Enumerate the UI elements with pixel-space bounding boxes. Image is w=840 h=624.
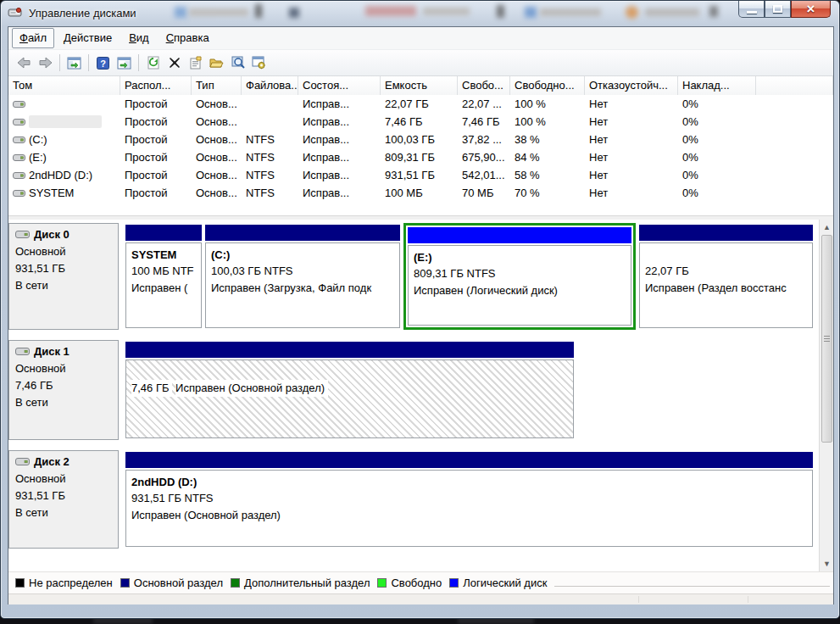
partition-system[interactable]: SYSTEM 100 МБ NTF Исправен ( [125,225,202,328]
disk2-info-panel[interactable]: Диск 2 Основной 931,51 ГБ В сети [8,450,119,549]
partition-color-bar [125,225,202,241]
column-header-volume[interactable]: Том [8,76,120,95]
volume-table-header: Том Распол... Тип Файлова... Состоя... Е… [8,76,833,95]
partition-size: 100 МБ NTF [131,263,196,280]
volume-free-pct: 100 % [510,113,585,131]
partition-e-selected[interactable]: (E:) 809,31 ГБ NTFS Исправен (Логический… [403,223,636,330]
volume-layout: Простой [120,113,192,131]
titlebar[interactable]: Управление дисками × [1,1,839,26]
partition-disk2-d[interactable]: 2ndHDD (D:) 931,51 ГБ NTFS Исправен (Осн… [125,452,813,547]
partition-disk1[interactable]: 7,46 ГБ Исправен (Основной раздел) [125,342,574,438]
volume-free-pct: 70 % [510,184,585,202]
disk-size: 7,46 ГБ [15,377,112,394]
volume-name: (E:) [29,151,47,164]
partition-title [131,364,568,380]
refresh-button[interactable] [142,53,164,73]
svg-text:?: ? [100,58,106,68]
menu-view[interactable]: Вид [121,28,157,48]
scroll-up-button[interactable]: ▲ [821,220,833,234]
properties-button[interactable] [185,53,206,73]
background-blur-blob [175,7,186,18]
column-header-free-pct[interactable]: Свободно... [510,76,585,95]
settings-window-button[interactable] [248,53,270,73]
column-header-layout[interactable]: Распол... [120,76,192,95]
menu-file[interactable]: Файл [12,28,54,48]
detail-pane-button[interactable] [114,53,135,73]
status-bar [8,593,833,604]
menu-file-label: айл [28,31,47,44]
window-title: Управление дисками [29,7,136,20]
legend-bar: Не распределен Основной раздел Дополните… [8,571,833,593]
minimize-button[interactable] [738,1,765,18]
volume-free-pct: 38 % [510,131,585,148]
column-header-type[interactable]: Тип [192,76,242,95]
legend-label: Логический диск [463,577,547,589]
console-tree-button[interactable] [64,53,85,73]
volume-name-highlight [29,115,102,128]
background-blur-blob [423,8,470,15]
partition-color-bar [639,225,813,241]
view-button[interactable] [227,53,248,73]
volume-row[interactable]: 2ndHDD (D:) Простой Основ... NTFS Исправ… [8,166,833,184]
menu-action[interactable]: Действие [56,28,120,48]
open-folder-button[interactable] [206,53,227,73]
volume-row[interactable]: SYSTEM Простой Основ... NTFS Исправ... 1… [8,184,833,202]
scrollbar-thumb[interactable] [821,235,832,443]
close-icon: × [807,2,815,16]
maximize-button[interactable] [765,1,791,18]
volume-row[interactable]: (E:) Простой Основ... NTFS Исправ... 809… [8,148,833,166]
volume-overhead: 0% [678,95,756,113]
column-header-filesystem[interactable]: Файлова... [242,76,298,95]
volume-overhead: 0% [678,166,756,184]
disk-label: Диск 0 [34,228,70,241]
volume-type: Основ... [192,148,242,166]
disk-type: Основной [15,360,112,377]
properties-icon [189,56,203,70]
volume-row[interactable]: Простой Основ... Исправ... 22,07 ГБ 22,0… [8,95,833,113]
column-header-overhead[interactable]: Наклад... [678,76,756,95]
column-header-free[interactable]: Свобо... [458,76,510,95]
background-blur-blob [289,8,299,18]
volume-fs: NTFS [242,131,298,148]
volume-name: (C:) [29,133,47,146]
disk1-info-panel[interactable]: Диск 1 Основной 7,46 ГБ В сети [8,340,119,440]
console-tree-icon [67,57,81,70]
volume-fs: NTFS [242,166,298,184]
menu-help[interactable]: Справка [159,28,217,48]
column-header-status[interactable]: Состоя... [298,76,381,95]
volume-row[interactable]: (C:) Простой Основ... NTFS Исправ... 100… [8,131,833,148]
menu-view-accel: В [129,31,136,44]
partition-status: Исправен ( [131,280,196,297]
legend-rule [554,586,830,587]
legend-logical-disk: Логический диск [449,577,547,589]
column-header-capacity[interactable]: Емкость [381,76,458,95]
help-icon: ? [97,57,109,70]
back-button[interactable] [14,53,35,73]
partition-size: 22,07 ГБ [645,263,807,280]
scrollbar-grip [824,336,830,337]
partition-recovery[interactable]: 22,07 ГБ Исправен (Раздел восстанс [639,225,813,328]
column-header-fault-tolerance[interactable]: Отказоустойч... [585,76,678,95]
volume-status: Исправ... [298,131,381,148]
toolbar: ? [8,50,833,76]
partition-c[interactable]: (C:) 100,03 ГБ NTFS Исправен (Загрузка, … [205,225,400,328]
help-button[interactable]: ? [92,53,114,73]
partition-color-bar [205,225,400,241]
delete-button[interactable] [164,53,185,73]
menu-help-label: правка [174,31,209,44]
vertical-scrollbar[interactable]: ▲ ▼ [819,220,833,571]
volume-capacity: 809,31 ГБ [381,148,458,166]
scroll-down-button[interactable]: ▼ [821,557,833,571]
disk0-info-panel[interactable]: Диск 0 Основной 931,51 ГБ В сети [8,223,119,330]
forward-button[interactable] [35,53,56,73]
partition-status: Исправен (Раздел восстанс [645,280,807,297]
volume-fs: NTFS [242,184,298,202]
partition-status: Исправен (Логический диск) [414,282,626,299]
legend-swatch-unallocated [15,578,25,588]
background-blur-blob [709,6,718,17]
disk-management-window: Управление дисками × Файл Действие Вид С… [0,0,840,619]
volume-row[interactable]: Простой Основ... Исправ... 7,46 ГБ 7,46 … [8,113,833,131]
volume-free: 7,46 ГБ [458,113,510,131]
volume-type: Основ... [192,95,242,113]
close-button[interactable]: × [791,1,831,18]
